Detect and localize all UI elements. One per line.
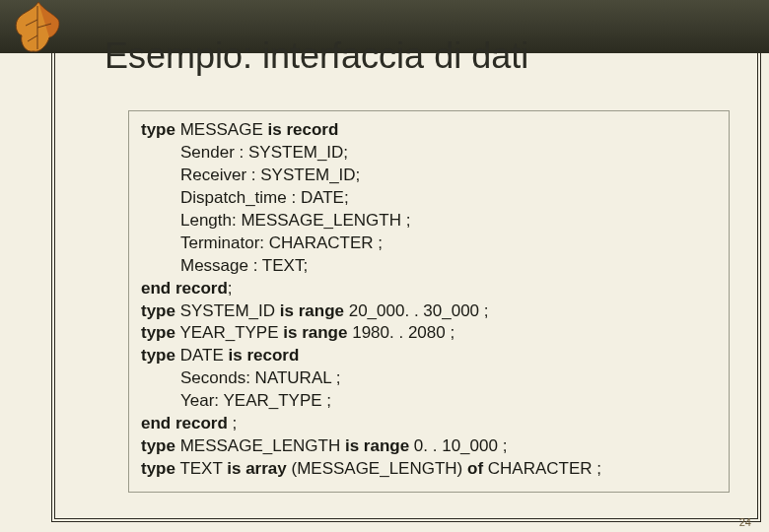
code-text: SYSTEM_ID <box>175 301 280 320</box>
kw-type: type <box>141 323 175 342</box>
kw-end-record: end record <box>141 414 228 432</box>
code-block: type MESSAGE is record Sender : SYSTEM_I… <box>128 110 730 493</box>
code-text: Seconds: NATURAL ; <box>141 367 717 390</box>
kw-is-range: is range <box>280 301 344 320</box>
code-text: ; <box>228 414 237 432</box>
code-text: Message : TEXT; <box>141 255 717 278</box>
code-text: Terminator: CHARACTER ; <box>141 233 717 255</box>
code-text: MESSAGE_LENGTH <box>175 436 345 455</box>
kw-is-range: is range <box>283 323 347 342</box>
kw-type: type <box>141 459 175 478</box>
code-text: Year: YEAR_TYPE ; <box>141 390 717 413</box>
code-text: CHARACTER ; <box>483 459 601 478</box>
code-text: Receiver : SYSTEM_ID; <box>141 165 717 187</box>
kw-is-record: is record <box>229 346 300 365</box>
code-text: Dispatch_time : DATE; <box>141 187 717 210</box>
kw-is-array: is array <box>227 459 287 478</box>
kw-is-range: is range <box>345 436 409 455</box>
kw-is-record: is record <box>268 120 339 139</box>
code-text: 1980. . 2080 ; <box>347 323 454 342</box>
page-number: 24 <box>739 516 751 528</box>
code-text: 20_000. . 30_000 ; <box>344 301 489 320</box>
code-text: Length: MESSAGE_LENGTH ; <box>141 210 717 233</box>
code-text: YEAR_TYPE <box>175 323 283 342</box>
code-text: Sender : SYSTEM_ID; <box>141 142 717 165</box>
kw-type: type <box>141 436 175 455</box>
kw-end-record: end record <box>141 279 228 298</box>
code-text: 0. . 10_000 ; <box>409 436 507 455</box>
kw-type: type <box>141 120 175 139</box>
kw-of: of <box>467 459 483 478</box>
kw-type: type <box>141 301 175 320</box>
code-text: MESSAGE <box>175 120 268 139</box>
leaf-icon <box>4 0 73 65</box>
code-text: TEXT <box>175 459 227 478</box>
slide-title: Esempio: interfaccia di dati <box>105 35 528 77</box>
code-text: DATE <box>175 346 229 365</box>
code-text: ; <box>228 279 233 298</box>
code-text: (MESSAGE_LENGTH) <box>287 459 467 478</box>
kw-type: type <box>141 346 175 365</box>
